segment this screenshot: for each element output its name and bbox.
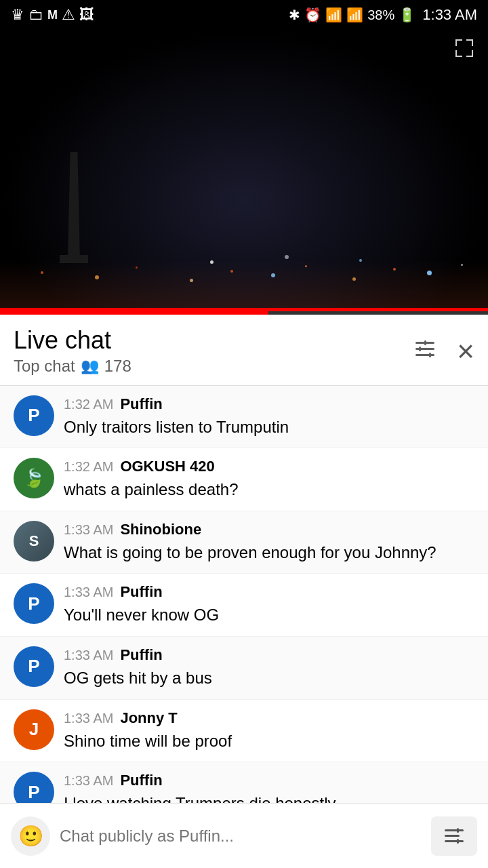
avatar: J xyxy=(14,709,54,750)
message-time: 1:33 AM xyxy=(64,522,113,538)
message-time: 1:33 AM xyxy=(64,711,113,726)
warning-icon: ⚠ xyxy=(62,6,75,24)
folder-icon: 🗀 xyxy=(28,6,43,24)
chat-subtitle: Top chat 👥 178 xyxy=(14,357,131,376)
message-author: Puffin xyxy=(120,395,162,413)
avatar-letter: P xyxy=(28,593,39,614)
avatar: P xyxy=(14,646,54,687)
light-dots xyxy=(0,260,488,288)
svg-rect-12 xyxy=(419,347,421,351)
bluetooth-icon: ✱ xyxy=(289,7,300,23)
svg-rect-17 xyxy=(457,828,459,833)
emoji-icon: 🙂 xyxy=(18,824,43,848)
video-player[interactable] xyxy=(0,30,488,315)
message-author: Puffin xyxy=(120,646,162,664)
avatar: P xyxy=(14,583,54,624)
chat-header: Live chat Top chat 👥 178 × xyxy=(0,315,488,386)
chat-header-right: × xyxy=(412,336,474,367)
people-icon: 👥 xyxy=(81,357,99,375)
message-text: whats a painless death? xyxy=(64,478,474,501)
avatar: S xyxy=(14,521,54,561)
message-author: Puffin xyxy=(120,772,162,789)
video-progress-bar[interactable] xyxy=(0,311,488,315)
leaf-icon: 🍃 xyxy=(23,468,45,489)
message-time: 1:32 AM xyxy=(64,397,113,412)
message-author: Puffin xyxy=(120,583,162,601)
video-background xyxy=(0,30,488,315)
avatar-letter: P xyxy=(28,782,39,803)
svg-rect-7 xyxy=(472,50,473,57)
svg-rect-16 xyxy=(445,840,464,842)
message-text: OG gets hit by a bus xyxy=(64,667,474,690)
table-row: P 1:33 AM Puffin You'll never know OG xyxy=(0,574,488,637)
status-icons-right: ✱ ⏰ 📶 📶 38% 🔋 1:33 AM xyxy=(289,6,477,24)
message-meta: 1:32 AM Puffin xyxy=(64,395,474,413)
message-meta: 1:33 AM Jonny T xyxy=(64,709,474,727)
message-time: 1:33 AM xyxy=(64,773,113,789)
svg-rect-5 xyxy=(455,50,457,57)
svg-rect-15 xyxy=(445,835,460,837)
crown-icon: ♛ xyxy=(11,6,24,24)
send-button[interactable] xyxy=(431,816,477,856)
table-row: 🍃 1:32 AM OGKUSH 420 whats a painless de… xyxy=(0,448,488,511)
message-content: 1:33 AM Jonny T Shino time will be proof xyxy=(64,709,474,753)
table-row: J 1:33 AM Jonny T Shino time will be pro… xyxy=(0,700,488,763)
svg-rect-1 xyxy=(455,39,457,46)
message-content: 1:32 AM OGKUSH 420 whats a painless deat… xyxy=(64,458,474,501)
emoji-button[interactable]: 🙂 xyxy=(11,816,50,856)
svg-rect-13 xyxy=(429,353,431,357)
send-icon xyxy=(442,824,466,848)
battery-percent: 38% xyxy=(367,7,394,23)
message-author: Shinobione xyxy=(120,521,201,538)
close-icon[interactable]: × xyxy=(457,336,474,366)
fullscreen-icon[interactable] xyxy=(454,38,474,63)
time-display: 1:33 AM xyxy=(422,6,477,24)
message-meta: 1:33 AM Puffin xyxy=(64,772,474,789)
chat-header-left: Live chat Top chat 👥 178 xyxy=(14,327,131,376)
monument-silhouette xyxy=(68,152,80,260)
avatar-letter: P xyxy=(28,656,39,677)
message-text: Shino time will be proof xyxy=(64,730,474,753)
chat-input[interactable] xyxy=(60,816,422,856)
status-icons-left: ♛ 🗀 M ⚠ 🖼 xyxy=(11,6,94,24)
message-meta: 1:33 AM Puffin xyxy=(64,583,474,601)
avatar-letter: P xyxy=(28,405,39,426)
avatar-letter: J xyxy=(29,719,39,740)
signal-icon: 📶 xyxy=(346,7,363,23)
image-icon: 🖼 xyxy=(79,6,94,24)
chat-messages-list: P 1:32 AM Puffin Only traitors listen to… xyxy=(0,386,488,814)
battery-icon: 🔋 xyxy=(399,7,415,23)
message-meta: 1:33 AM Puffin xyxy=(64,646,474,664)
message-content: 1:33 AM Puffin You'll never know OG xyxy=(64,583,474,627)
wifi-icon: 📶 xyxy=(325,7,342,23)
alarm-icon: ⏰ xyxy=(304,7,321,23)
message-author: Jonny T xyxy=(120,709,177,727)
message-meta: 1:33 AM Shinobione xyxy=(64,521,474,538)
m-icon: M xyxy=(47,8,58,22)
avatar: 🍃 xyxy=(14,458,54,498)
filter-icon[interactable] xyxy=(412,336,438,367)
top-chat-label[interactable]: Top chat xyxy=(14,357,75,376)
avatar: P xyxy=(14,395,54,436)
message-content: 1:32 AM Puffin Only traitors listen to T… xyxy=(64,395,474,439)
message-time: 1:32 AM xyxy=(64,459,113,475)
svg-rect-11 xyxy=(424,340,426,345)
video-progress-fill xyxy=(0,311,268,315)
svg-rect-14 xyxy=(445,829,464,831)
status-bar: ♛ 🗀 M ⚠ 🖼 ✱ ⏰ 📶 📶 38% 🔋 1:33 AM xyxy=(0,0,488,30)
svg-rect-10 xyxy=(415,354,434,356)
message-content: 1:33 AM Puffin OG gets hit by a bus xyxy=(64,646,474,690)
message-text: Only traitors listen to Trumputin xyxy=(64,416,474,439)
live-chat-title: Live chat xyxy=(14,327,131,354)
message-author: OGKUSH 420 xyxy=(120,458,214,475)
message-text: What is going to be proven enough for yo… xyxy=(64,541,474,564)
table-row: P 1:32 AM Puffin Only traitors listen to… xyxy=(0,386,488,449)
table-row: P 1:33 AM Puffin OG gets hit by a bus xyxy=(0,637,488,700)
svg-rect-9 xyxy=(415,348,434,350)
message-content: 1:33 AM Shinobione What is going to be p… xyxy=(64,521,474,564)
chat-input-bar: 🙂 xyxy=(0,803,488,868)
viewer-count: 178 xyxy=(104,357,131,376)
table-row: S 1:33 AM Shinobione What is going to be… xyxy=(0,511,488,574)
message-time: 1:33 AM xyxy=(64,585,113,600)
svg-rect-3 xyxy=(472,39,473,46)
